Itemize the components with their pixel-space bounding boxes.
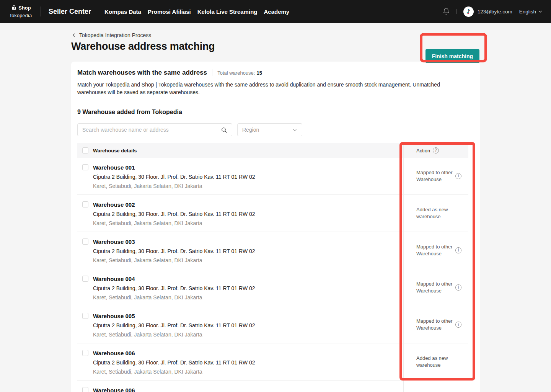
- row-checkbox[interactable]: [82, 313, 88, 319]
- chevron-down-icon: [292, 127, 297, 132]
- warehouse-name: Warehouse 006: [93, 387, 135, 392]
- warehouse-name: Warehouse 001: [93, 164, 255, 171]
- row-checkbox[interactable]: [82, 276, 88, 282]
- action-status: Mapped to other Warehouse: [416, 318, 453, 332]
- warehouse-region: Karet, Setiabudi, Jakarta Selatan, DKI J…: [93, 331, 255, 338]
- warehouse-region: Karet, Setiabudi, Jakarta Selatan, DKI J…: [93, 183, 255, 189]
- warehouse-name: Warehouse 004: [93, 276, 255, 283]
- help-icon[interactable]: ?: [433, 147, 439, 154]
- topbar-divider: [41, 7, 41, 16]
- table-row: Warehouse 003 Ciputra 2 Building, 30 Flo…: [77, 232, 468, 269]
- table-row: Warehouse 006 Ciputra 2 Building, 30 Flo…: [77, 343, 468, 381]
- list-title: 9 Warehouse added from Tokopedia: [77, 109, 468, 116]
- action-status: Mapped to other Warehouse: [416, 169, 453, 183]
- search-icon[interactable]: [221, 127, 227, 133]
- table-row: Warehouse 005 Ciputra 2 Building, 30 Flo…: [77, 306, 468, 343]
- table-row: Warehouse 004 Ciputra 2 Building, 30 Flo…: [77, 269, 468, 306]
- region-placeholder: Region: [242, 127, 259, 133]
- table-row: Warehouse 006: [77, 381, 468, 392]
- info-icon[interactable]: i: [455, 322, 461, 328]
- row-checkbox[interactable]: [82, 164, 88, 170]
- page-title: Warehouse address matching: [71, 41, 480, 52]
- nav-item-academy[interactable]: Academy: [264, 8, 289, 15]
- region-dropdown[interactable]: Region: [237, 123, 302, 136]
- account-email: 123@byte.com: [478, 9, 512, 15]
- shop-bag-icon: [11, 5, 17, 11]
- section-description: Match your Tokopedia and Shop | Tokopedi…: [77, 81, 460, 96]
- account-avatar[interactable]: ♪: [463, 7, 474, 17]
- action-status: Mapped to other Warehouse: [416, 281, 453, 294]
- breadcrumb-label: Tokopedia Integration Process: [79, 32, 151, 38]
- info-icon[interactable]: i: [455, 173, 461, 179]
- warehouse-name: Warehouse 006: [93, 350, 255, 357]
- section-title: Match warehouses with the same address: [77, 69, 207, 77]
- search-box: [77, 123, 232, 136]
- card-header: Match warehouses with the same address T…: [77, 69, 468, 77]
- warehouse-name: Warehouse 002: [93, 201, 255, 208]
- info-icon[interactable]: i: [455, 247, 461, 253]
- finish-matching-button[interactable]: Finish matching: [425, 49, 479, 63]
- section-divider: [212, 69, 212, 76]
- seller-center-title: Seller Center: [49, 8, 91, 16]
- warehouse-address: Ciputra 2 Building, 30 Floor. Jl. Prof. …: [93, 173, 255, 180]
- topbar: Shop tokopedia Seller Center Kompas Data…: [0, 0, 551, 23]
- topbar-right-divider: [456, 9, 457, 14]
- warehouse-name: Warehouse 003: [93, 238, 255, 245]
- row-checkbox[interactable]: [82, 387, 88, 392]
- table-row: Warehouse 002 Ciputra 2 Building, 30 Flo…: [77, 195, 468, 232]
- table-header: Warehouse details Action ?: [77, 143, 468, 158]
- warehouse-region: Karet, Setiabudi, Jakarta Selatan, DKI J…: [93, 294, 255, 301]
- logo-tokopedia-label: tokopedia: [10, 13, 32, 18]
- warehouse-table: Warehouse details Action ? Warehouse 001…: [77, 143, 468, 392]
- logo-divider: [9, 12, 33, 12]
- page-content: Tokopedia Integration Process Warehouse …: [71, 32, 480, 392]
- info-icon[interactable]: i: [455, 284, 461, 291]
- table-row: Warehouse 001 Ciputra 2 Building, 30 Flo…: [77, 158, 468, 195]
- warehouse-name: Warehouse 005: [93, 313, 255, 320]
- page: Shop tokopedia Seller Center Kompas Data…: [0, 0, 551, 392]
- column-action: Action: [416, 148, 430, 154]
- column-warehouse-details: Warehouse details: [93, 148, 137, 154]
- shop-tokopedia-logo[interactable]: Shop tokopedia: [9, 5, 33, 18]
- main-nav: Kompas Data Promosi Afiliasi Kelola Live…: [104, 8, 289, 15]
- row-checkbox[interactable]: [82, 201, 88, 207]
- warehouse-address: Ciputra 2 Building, 30 Floor. Jl. Prof. …: [93, 211, 255, 217]
- action-status: Added as new warehouse: [416, 206, 461, 220]
- row-checkbox[interactable]: [82, 238, 88, 245]
- filter-bar: Region: [77, 123, 468, 136]
- warehouse-address: Ciputra 2 Building, 30 Floor. Jl. Prof. …: [93, 248, 255, 255]
- action-status: Mapped to other Warehouse: [416, 243, 453, 257]
- chevron-down-icon: [538, 9, 543, 14]
- warehouse-region: Karet, Setiabudi, Jakarta Selatan, DKI J…: [93, 368, 255, 375]
- total-warehouse-value: 15: [256, 70, 262, 76]
- logo-shop-label: Shop: [18, 5, 31, 11]
- warehouse-region: Karet, Setiabudi, Jakarta Selatan, DKI J…: [93, 220, 255, 227]
- chevron-left-icon: [71, 33, 77, 38]
- nav-item-promosi-afiliasi[interactable]: Promosi Afiliasi: [148, 8, 191, 15]
- search-input[interactable]: [82, 127, 221, 133]
- topbar-right: ♪ 123@byte.com English: [442, 7, 543, 17]
- warehouse-address: Ciputra 2 Building, 30 Floor. Jl. Prof. …: [93, 285, 255, 292]
- matching-card: Match warehouses with the same address T…: [71, 62, 480, 392]
- warehouse-address: Ciputra 2 Building, 30 Floor. Jl. Prof. …: [93, 359, 255, 366]
- tiktok-note-icon: ♪: [466, 9, 470, 15]
- total-warehouse-label: Total warehouse:: [217, 70, 255, 76]
- notification-bell-icon[interactable]: [442, 8, 450, 15]
- row-checkbox[interactable]: [82, 350, 88, 356]
- breadcrumb[interactable]: Tokopedia Integration Process: [71, 32, 151, 38]
- warehouse-region: Karet, Setiabudi, Jakarta Selatan, DKI J…: [93, 257, 255, 264]
- language-selector[interactable]: English: [519, 9, 543, 15]
- select-all-checkbox[interactable]: [82, 147, 88, 154]
- action-status: Added as new warehouse: [416, 355, 461, 369]
- nav-item-kompas-data[interactable]: Kompas Data: [104, 8, 141, 15]
- nav-item-kelola-live-streaming[interactable]: Kelola Live Streaming: [197, 8, 258, 15]
- warehouse-address: Ciputra 2 Building, 30 Floor. Jl. Prof. …: [93, 322, 255, 329]
- language-label: English: [519, 9, 536, 15]
